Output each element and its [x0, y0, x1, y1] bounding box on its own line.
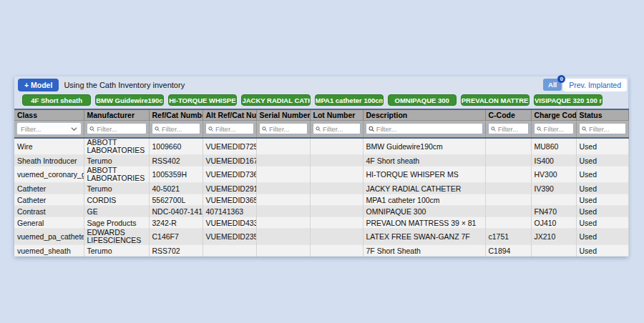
quick-add-button[interactable]: PREVALON MATTRESS... [461, 94, 530, 106]
filter-cell-status [576, 120, 628, 138]
cell-serial [256, 138, 310, 155]
all-toggle-label: All [548, 81, 557, 89]
filter-input-c_code[interactable] [498, 125, 526, 133]
cell-status: Used [576, 229, 628, 245]
cell-c_code [485, 167, 531, 183]
filter-input-serial[interactable] [269, 125, 305, 133]
cell-charge_code: IV390 [531, 183, 576, 194]
cell-serial [256, 245, 310, 257]
cell-class: vuemed_pa_catheter [14, 229, 84, 245]
cell-serial [256, 155, 310, 167]
cell-manufacturer: ABBOTT LABORATORIES [84, 138, 149, 155]
table-row[interactable]: vuemed_coronary_guide_wABBOTT LABORATORI… [14, 167, 628, 183]
cell-alt_ref_cat: VUEMEDID7257 [203, 138, 256, 155]
filter-input-ref_cat[interactable] [162, 125, 197, 133]
cell-serial [256, 194, 310, 206]
quick-add-button[interactable]: OMNIPAQUE 300 [388, 94, 457, 106]
table-row[interactable]: vuemed_pa_catheterEDWARDS LIFESCIENCESC1… [14, 229, 628, 245]
filter-cell-lot [310, 120, 363, 138]
column-header-lot[interactable]: Lot Number [310, 109, 363, 120]
table-row[interactable]: CatheterCORDIS5562700LVUEMEDID3650MPA1 c… [14, 194, 628, 206]
cell-ref_cat: 1005359H [149, 167, 203, 183]
column-header-charge_code[interactable]: Charge Code [531, 109, 576, 120]
add-model-button[interactable]: + Model [18, 79, 59, 91]
filter-inputbox-c_code [488, 123, 529, 134]
table-row[interactable]: GeneralSage Products3242-RVUEMEDID433034… [14, 217, 628, 229]
cell-ref_cat: NDC-0407-1413-63 [149, 206, 203, 217]
search-icon [369, 126, 374, 132]
cell-status: Used [576, 138, 628, 155]
cell-charge_code: JX210 [531, 229, 576, 245]
table-row[interactable]: CatheterTerumo40-5021VUEMEDID29122JACKY … [14, 183, 628, 194]
column-header-status[interactable]: Status [576, 109, 628, 120]
quick-add-button[interactable]: JACKY RADIAL CATHE... [241, 94, 310, 106]
filter-input-description[interactable] [376, 125, 480, 133]
cell-lot [310, 229, 363, 245]
table-row[interactable]: Sheath IntroducerTerumoRSS402VUEMEDID167… [14, 155, 628, 167]
filter-input-manufacturer[interactable] [97, 125, 143, 133]
cell-serial [256, 206, 310, 217]
cell-class: Catheter [14, 194, 84, 206]
quick-add-button[interactable]: BMW Guidewire190cm [95, 94, 164, 106]
table-row[interactable]: vuemed_sheathTerumoRSS7027F Short Sheath… [14, 245, 628, 257]
table-row[interactable]: WireABBOTT LABORATORIES1009660VUEMEDID72… [14, 138, 628, 155]
quick-add-button[interactable]: 4F Short sheath [22, 94, 91, 106]
cell-class: vuemed_coronary_guide_w [14, 167, 84, 183]
column-header-description[interactable]: Description [363, 109, 485, 120]
prev-implanted-toggle-button[interactable]: Prev. Implanted [563, 79, 627, 91]
quick-add-button[interactable]: MPA1 catheter 100cm [315, 94, 384, 106]
cell-alt_ref_cat: VUEMEDID29122 [203, 183, 256, 194]
column-header-ref_cat[interactable]: Ref/Cat Number [149, 109, 203, 120]
column-header-serial[interactable]: Serial Number [256, 109, 310, 120]
column-header-c_code[interactable]: C-Code [485, 109, 531, 120]
cell-c_code [485, 206, 531, 217]
cell-lot [310, 183, 363, 194]
column-header-manufacturer[interactable]: Manufacturer [84, 109, 149, 120]
cell-description: OMNIPAQUE 300 [363, 206, 485, 217]
cell-manufacturer: GE [84, 206, 149, 217]
cell-ref_cat: RSS702 [149, 245, 203, 257]
cell-manufacturer: Sage Products [84, 217, 149, 229]
cell-description: LATEX FREE SWAN-GANZ 7F [363, 229, 485, 245]
filter-input-alt_ref_cat[interactable] [215, 125, 251, 133]
cell-charge_code: IS400 [531, 155, 576, 167]
quick-add-button[interactable]: HI-TORQUE WHISPER ... [168, 94, 237, 106]
inventory-subtitle: Using the Cath Inventory inventory [64, 81, 543, 89]
cell-c_code [485, 217, 531, 229]
filter-cell-charge_code [531, 120, 576, 138]
cell-alt_ref_cat: VUEMEDID23547 [203, 229, 256, 245]
cell-ref_cat: 5562700L [149, 194, 203, 206]
quick-add-button[interactable]: VISIPAQUE 320 100 ml [534, 94, 602, 106]
cell-manufacturer: Terumo [84, 183, 149, 194]
cell-manufacturer: ABBOTT LABORATORIES [84, 167, 149, 183]
all-toggle-button[interactable]: All 0 [543, 79, 562, 91]
cell-alt_ref_cat: VUEMEDID16798 [203, 155, 256, 167]
filter-inputbox-status [579, 123, 626, 134]
cell-charge_code [531, 245, 576, 257]
cell-lot [310, 245, 363, 257]
cell-class: Contrast [14, 206, 84, 217]
cell-serial [256, 183, 310, 194]
search-icon [537, 126, 542, 132]
table-row[interactable]: ContrastGENDC-0407-1413-63407141363OMNIP… [14, 206, 628, 217]
filter-select-class[interactable]: Filter... [16, 122, 82, 135]
cell-class: General [14, 217, 84, 229]
column-header-class[interactable]: Class [14, 109, 84, 120]
cell-description: PREVALON MATTRESS 39 × 81 [363, 217, 485, 229]
cell-c_code [485, 194, 531, 206]
cell-class: vuemed_sheath [14, 245, 84, 257]
cell-manufacturer: Terumo [84, 155, 149, 167]
filter-input-status[interactable] [589, 125, 623, 133]
column-header-alt_ref_cat[interactable]: Alt Ref/Cat Numb... [203, 109, 256, 120]
filter-input-charge_code[interactable] [544, 125, 571, 133]
search-icon [262, 126, 267, 132]
filter-cell-c_code [485, 120, 531, 138]
cell-c_code [485, 138, 531, 155]
filter-inputbox-ref_cat [152, 123, 200, 134]
chevron-down-icon [71, 126, 77, 131]
filter-input-lot[interactable] [323, 125, 358, 133]
toolbar: + Model Using the Cath Inventory invento… [14, 76, 628, 93]
cell-charge_code: HV300 [531, 167, 576, 183]
cell-status: Used [576, 194, 628, 206]
quick-buttons-row: 4F Short sheathBMW Guidewire190cmHI-TORQ… [14, 93, 628, 109]
